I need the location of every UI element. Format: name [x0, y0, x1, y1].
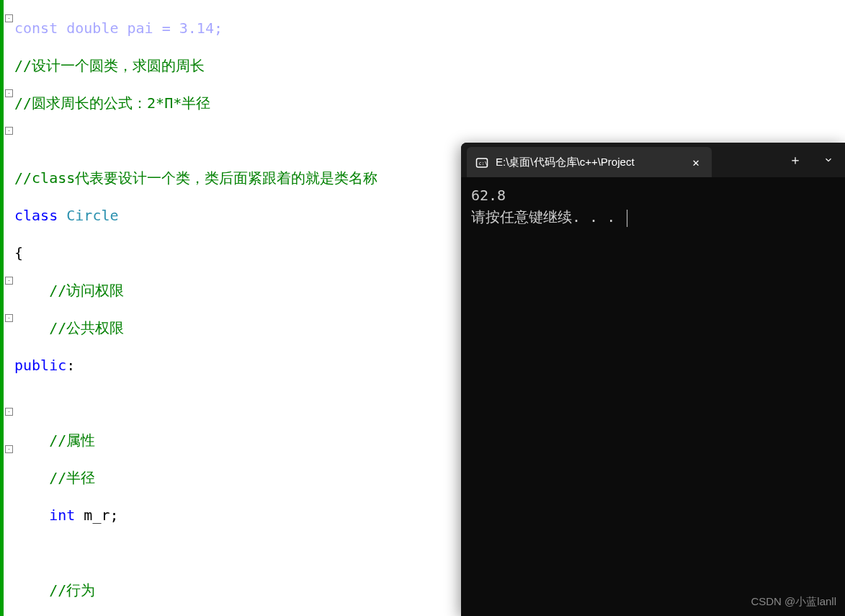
cmd-icon: c:\ [475, 156, 488, 169]
colon: : [66, 357, 75, 374]
code-comment: //圆求周长的公式：2*Π*半径 [14, 94, 210, 112]
editor-gutter: - - - - - - - [0, 0, 14, 616]
code-comment: //访问权限 [49, 282, 124, 299]
fold-toggle[interactable]: - [5, 445, 13, 453]
fold-toggle[interactable]: - [5, 127, 13, 135]
code-comment: //公共权限 [49, 319, 124, 336]
identifier: m_r [84, 506, 109, 524]
code-comment: //属性 [49, 432, 95, 449]
fold-toggle[interactable]: - [5, 408, 13, 416]
keyword-public: public [14, 357, 66, 374]
terminal-output: 请按任意键继续. . . [471, 206, 835, 228]
fold-toggle[interactable]: - [5, 314, 13, 322]
code-comment: //行为 [49, 581, 95, 599]
class-name: Circle [66, 207, 118, 224]
brace: { [14, 244, 23, 262]
new-tab-button[interactable]: ＋ [779, 143, 812, 177]
terminal-tab[interactable]: c:\ E:\桌面\代码仓库\c++\Project ✕ [467, 147, 712, 177]
fold-toggle[interactable]: - [5, 89, 13, 97]
cursor [627, 210, 627, 227]
code-comment: //class代表要设计一个类，类后面紧跟着的就是类名称 [14, 169, 377, 187]
semicolon: ; [109, 506, 118, 524]
fold-gutter: - - - - - - - [4, 0, 14, 616]
svg-text:c:\: c:\ [479, 161, 488, 166]
terminal-titlebar[interactable]: c:\ E:\桌面\代码仓库\c++\Project ✕ ＋ [461, 143, 845, 177]
code-comment: //半径 [49, 469, 95, 486]
code-text: const double pai = 3.14; [14, 19, 223, 37]
dropdown-button[interactable] [812, 143, 845, 177]
terminal-output: 62.8 [471, 184, 835, 206]
tab-close-button[interactable]: ✕ [689, 156, 703, 169]
terminal-body[interactable]: 62.8 请按任意键继续. . . [461, 177, 845, 235]
terminal-window[interactable]: c:\ E:\桌面\代码仓库\c++\Project ✕ ＋ 62.8 请按任意… [461, 143, 845, 616]
keyword-class: class [14, 207, 58, 224]
fold-toggle[interactable]: - [5, 14, 13, 22]
fold-toggle[interactable]: - [5, 277, 13, 285]
tab-title: E:\桌面\代码仓库\c++\Project [496, 156, 681, 169]
titlebar-actions: ＋ [779, 143, 845, 177]
watermark: CSDN @小蓝lanll [751, 595, 836, 609]
keyword-int: int [49, 506, 75, 524]
code-comment: //设计一个圆类，求圆的周长 [14, 57, 205, 74]
